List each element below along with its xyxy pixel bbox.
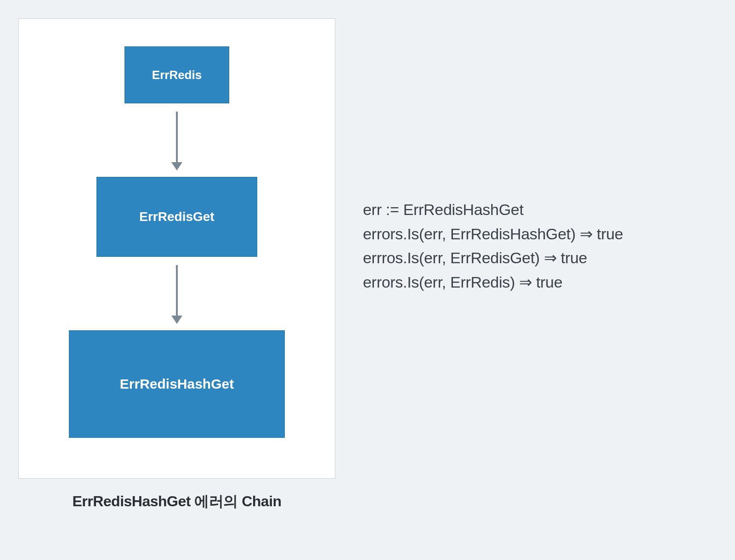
node-label: ErrRedisGet — [139, 209, 214, 224]
node-err-redis: ErrRedis — [124, 46, 229, 103]
code-explanation: err := ErrRedisHashGet errors.Is(err, Er… — [363, 198, 623, 294]
arrow-down-icon — [171, 265, 182, 324]
code-line: errors.Is(err, ErrRedis) ⇒ true — [363, 270, 623, 294]
diagram-caption: ErrRedisHashGet 에러의 Chain — [72, 492, 281, 512]
node-label: ErrRedis — [152, 68, 202, 82]
code-line: errors.Is(err, ErrRedisHashGet) ⇒ true — [363, 222, 623, 246]
node-err-redis-hash-get: ErrRedisHashGet — [69, 330, 285, 438]
node-err-redis-get: ErrRedisGet — [96, 177, 257, 257]
code-line: errros.Is(err, ErrRedisGet) ⇒ true — [363, 246, 623, 270]
diagram-frame: ErrRedis ErrRedisGet ErrRedisHashGet — [18, 18, 335, 479]
arrow-down-icon — [171, 112, 182, 170]
node-label: ErrRedisHashGet — [120, 376, 234, 392]
diagram-column: ErrRedis ErrRedisGet ErrRedisHashGet Err… — [18, 18, 335, 512]
code-line: err := ErrRedisHashGet — [363, 198, 623, 222]
